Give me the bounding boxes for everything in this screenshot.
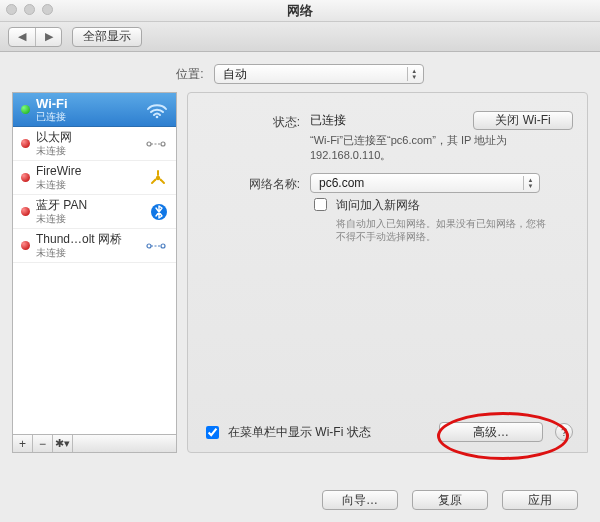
status-dot-icon	[21, 173, 30, 182]
sidebar-item-label: FireWire	[36, 165, 81, 178]
show-menu-label: 在菜单栏中显示 Wi-Fi 状态	[228, 424, 371, 441]
sidebar-item-firewire[interactable]: FireWire 未连接	[13, 161, 176, 195]
sidebar-item-label: Wi-Fi	[36, 97, 68, 110]
advanced-button[interactable]: 高级…	[439, 422, 543, 442]
sidebar-item-status: 未连接	[36, 212, 87, 225]
sidebar-item-status: 未连接	[36, 246, 122, 259]
svg-point-1	[147, 142, 151, 146]
firewire-icon	[148, 169, 168, 187]
status-dot-icon	[21, 139, 30, 148]
sidebar-item-bluetooth[interactable]: 蓝牙 PAN 未连接	[13, 195, 176, 229]
forward-button[interactable]: ▶	[35, 28, 61, 46]
sidebar-item-status: 未连接	[36, 178, 81, 191]
sidebar-item-wifi[interactable]: Wi-Fi 已连接	[13, 93, 176, 127]
traffic-zoom-icon[interactable]	[42, 4, 53, 15]
status-label: 状态:	[202, 111, 310, 131]
content-area: 位置: 自动 ▲▼ Wi-Fi 已连接	[0, 52, 600, 522]
status-dot-icon	[21, 241, 30, 250]
network-name-select[interactable]: pc6.com ▲▼	[310, 173, 540, 193]
wifi-icon	[146, 101, 168, 119]
status-row: 状态: 已连接 关闭 Wi-Fi “Wi-Fi”已连接至“pc6.com”，其 …	[202, 111, 573, 163]
network-name-value: pc6.com	[319, 176, 364, 190]
traffic-close-icon[interactable]	[6, 4, 17, 15]
bluetooth-icon	[150, 203, 168, 221]
sidebar-item-label: 以太网	[36, 131, 72, 144]
remove-connection-button[interactable]: −	[33, 435, 53, 452]
titlebar: 网络	[0, 0, 600, 22]
ask-to-join-hint: 将自动加入已知网络。如果没有已知网络，您将不得不手动选择网络。	[336, 217, 546, 243]
svg-point-0	[156, 115, 159, 118]
network-name-row: 网络名称: pc6.com ▲▼ 询问加入新网络 将自动加入已知网络。如果没有已…	[202, 173, 573, 243]
panes: Wi-Fi 已连接 以太网 未连接	[0, 92, 600, 453]
add-connection-button[interactable]: +	[13, 435, 33, 452]
svg-point-8	[147, 244, 151, 248]
ask-to-join-label: 询问加入新网络	[336, 197, 546, 214]
window-title: 网络	[287, 2, 313, 20]
status-value: 已连接	[310, 112, 346, 129]
back-button[interactable]: ◀	[9, 28, 35, 46]
traffic-minimize-icon[interactable]	[24, 4, 35, 15]
show-menu-checkbox[interactable]	[206, 426, 219, 439]
svg-line-5	[152, 179, 156, 183]
sidebar-item-status: 未连接	[36, 144, 72, 157]
location-label: 位置:	[176, 66, 203, 83]
action-menu-button[interactable]: ✱▾	[53, 435, 73, 452]
status-dot-icon	[21, 105, 30, 114]
assist-button[interactable]: 向导…	[322, 490, 398, 510]
toolbar: ◀ ▶ 全部显示	[0, 22, 600, 52]
svg-line-6	[161, 179, 165, 183]
sidebar-item-ethernet[interactable]: 以太网 未连接	[13, 127, 176, 161]
sidebar-item-label: 蓝牙 PAN	[36, 199, 87, 212]
show-all-button[interactable]: 全部显示	[72, 27, 142, 47]
apply-button[interactable]: 应用	[502, 490, 578, 510]
revert-button[interactable]: 复原	[412, 490, 488, 510]
svg-point-2	[161, 142, 165, 146]
detail-pane: 状态: 已连接 关闭 Wi-Fi “Wi-Fi”已连接至“pc6.com”，其 …	[187, 92, 588, 453]
dialog-buttons: 向导… 复原 应用	[322, 490, 578, 510]
svg-point-9	[161, 244, 165, 248]
sidebar-footer: + − ✱▾	[12, 435, 177, 453]
location-row: 位置: 自动 ▲▼	[0, 52, 600, 92]
network-name-label: 网络名称:	[202, 173, 310, 193]
turn-off-wifi-button[interactable]: 关闭 Wi-Fi	[473, 111, 573, 130]
ask-to-join-checkbox[interactable]	[314, 198, 327, 211]
status-dot-icon	[21, 207, 30, 216]
status-note: “Wi-Fi”已连接至“pc6.com”，其 IP 地址为 192.168.0.…	[310, 133, 510, 163]
chevron-updown-icon: ▲▼	[407, 67, 421, 81]
location-select[interactable]: 自动 ▲▼	[214, 64, 424, 84]
sidebar: Wi-Fi 已连接 以太网 未连接	[12, 92, 177, 453]
ethernet-icon	[144, 137, 168, 151]
detail-bottom-row: 在菜单栏中显示 Wi-Fi 状态 高级… ?	[202, 422, 573, 442]
sidebar-item-label: Thund…olt 网桥	[36, 233, 122, 246]
sidebar-item-status: 已连接	[36, 110, 68, 123]
sidebar-item-thunderbolt[interactable]: Thund…olt 网桥 未连接	[13, 229, 176, 263]
nav-buttons: ◀ ▶	[8, 27, 62, 47]
location-value: 自动	[223, 66, 247, 83]
connection-list: Wi-Fi 已连接 以太网 未连接	[12, 92, 177, 435]
thunderbolt-icon	[144, 239, 168, 253]
chevron-updown-icon: ▲▼	[523, 176, 537, 190]
window-controls	[6, 4, 53, 15]
help-button[interactable]: ?	[555, 423, 573, 441]
